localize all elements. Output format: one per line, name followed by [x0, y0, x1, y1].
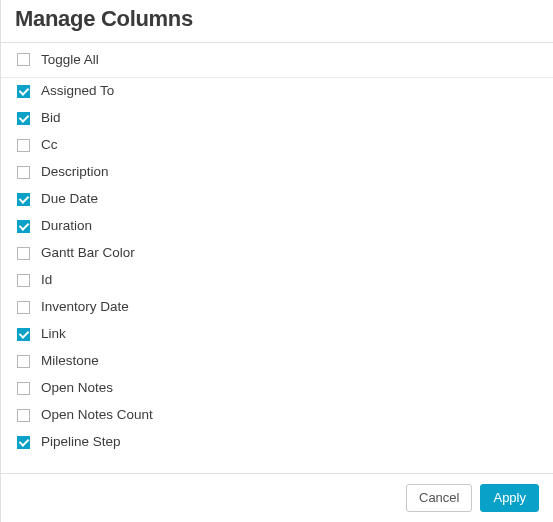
column-row[interactable]: Milestone	[1, 348, 553, 375]
column-checkbox[interactable]	[17, 166, 30, 179]
dialog-header: Manage Columns	[1, 0, 553, 43]
column-row[interactable]: Description	[1, 159, 553, 186]
column-checkbox[interactable]	[17, 382, 30, 395]
column-checkbox[interactable]	[17, 193, 30, 206]
column-row[interactable]: Id	[1, 267, 553, 294]
column-checkbox[interactable]	[17, 355, 30, 368]
column-label: Inventory Date	[41, 300, 129, 314]
column-row[interactable]: Pipeline Step	[1, 429, 553, 456]
column-label: Open Notes	[41, 381, 113, 395]
column-row[interactable]: Link	[1, 321, 553, 348]
column-checkbox[interactable]	[17, 85, 30, 98]
column-label: Description	[41, 165, 109, 179]
column-label: Assigned To	[41, 84, 114, 98]
toggle-all-row[interactable]: Toggle All	[1, 43, 553, 78]
column-checkbox[interactable]	[17, 112, 30, 125]
column-row[interactable]: Bid	[1, 105, 553, 132]
column-row[interactable]: Duration	[1, 213, 553, 240]
toggle-all-label: Toggle All	[41, 53, 99, 67]
column-label: Bid	[41, 111, 61, 125]
apply-button[interactable]: Apply	[480, 484, 539, 512]
dialog-footer: Cancel Apply	[1, 473, 553, 522]
manage-columns-dialog: Manage Columns Toggle All Assigned ToBid…	[0, 0, 553, 522]
column-checkbox[interactable]	[17, 274, 30, 287]
column-label: Pipeline Step	[41, 435, 121, 449]
column-row[interactable]: Cc	[1, 132, 553, 159]
column-label: Link	[41, 327, 66, 341]
column-row[interactable]: Open Notes Count	[1, 402, 553, 429]
column-label: Gantt Bar Color	[41, 246, 135, 260]
column-checkbox[interactable]	[17, 328, 30, 341]
column-checkbox[interactable]	[17, 436, 30, 449]
column-label: Cc	[41, 138, 58, 152]
column-checkbox[interactable]	[17, 139, 30, 152]
column-label: Open Notes Count	[41, 408, 153, 422]
column-checkbox[interactable]	[17, 409, 30, 422]
dialog-title: Manage Columns	[15, 6, 539, 32]
column-checkbox[interactable]	[17, 220, 30, 233]
column-row[interactable]: Open Notes	[1, 375, 553, 402]
column-row[interactable]: Assigned To	[1, 78, 553, 105]
column-checkbox[interactable]	[17, 301, 30, 314]
column-label: Due Date	[41, 192, 98, 206]
toggle-all-checkbox[interactable]	[17, 53, 30, 66]
column-row[interactable]: Inventory Date	[1, 294, 553, 321]
columns-list[interactable]: Toggle All Assigned ToBidCcDescriptionDu…	[1, 43, 553, 473]
column-label: Id	[41, 273, 52, 287]
cancel-button[interactable]: Cancel	[406, 484, 472, 512]
column-row[interactable]: Gantt Bar Color	[1, 240, 553, 267]
column-row[interactable]: Due Date	[1, 186, 553, 213]
column-label: Duration	[41, 219, 92, 233]
column-checkbox[interactable]	[17, 247, 30, 260]
column-label: Milestone	[41, 354, 99, 368]
